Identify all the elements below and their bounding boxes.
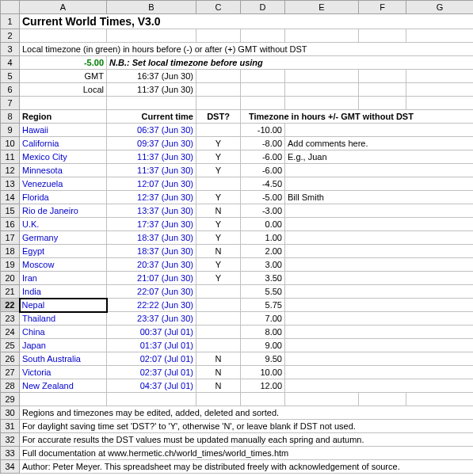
cell[interactable] [241, 29, 285, 43]
cell[interactable] [285, 70, 359, 83]
time-cell[interactable]: 22:07 (Jun 30) [107, 285, 196, 299]
time-cell[interactable]: 22:22 (Jun 30) [107, 299, 196, 312]
row-header[interactable]: 22 [1, 299, 20, 312]
dst-cell[interactable]: N [196, 245, 241, 258]
dst-cell[interactable]: Y [196, 191, 241, 204]
cell[interactable] [20, 97, 107, 110]
cell[interactable] [107, 29, 196, 43]
time-cell[interactable]: 12:07 (Jun 30) [107, 177, 196, 191]
tz-cell[interactable]: 3.50 [241, 272, 285, 285]
dst-cell[interactable]: Y [196, 218, 241, 231]
row-header[interactable]: 7 [1, 97, 20, 110]
footer-line[interactable]: For daylight saving time set 'DST?' to '… [20, 420, 474, 433]
note-cell[interactable]: Local timezone (in green) in hours befor… [20, 43, 474, 56]
comment-cell[interactable] [285, 124, 474, 137]
footer-line[interactable]: Full documentation at www.hermetic.ch/wo… [20, 447, 474, 460]
time-cell[interactable]: 18:37 (Jun 30) [107, 231, 196, 245]
time-cell[interactable]: 11:37 (Jun 30) [107, 164, 196, 177]
tz-cell[interactable]: -4.50 [241, 177, 285, 191]
region-cell[interactable]: Iran [20, 272, 107, 285]
region-cell[interactable]: Japan [20, 339, 107, 352]
tz-cell[interactable]: 3.00 [241, 258, 285, 272]
region-cell[interactable]: Moscow [20, 258, 107, 272]
region-cell[interactable]: Victoria [20, 366, 107, 379]
comment-cell[interactable] [285, 204, 474, 218]
row-header[interactable]: 14 [1, 191, 20, 204]
spreadsheet-grid[interactable]: A B C D E F G 1 Current World Times, V3.… [0, 0, 473, 474]
dst-cell[interactable]: N [196, 352, 241, 366]
row-header[interactable]: 20 [1, 272, 20, 285]
cell[interactable] [285, 393, 359, 406]
row-header[interactable]: 28 [1, 379, 20, 393]
dst-cell[interactable]: Y [196, 258, 241, 272]
cell[interactable] [241, 97, 285, 110]
row-header[interactable]: 2 [1, 29, 20, 43]
cell[interactable] [196, 97, 241, 110]
dst-cell[interactable]: Y [196, 231, 241, 245]
row-header[interactable]: 27 [1, 366, 20, 379]
local-label[interactable]: Local [20, 83, 107, 97]
comment-cell[interactable] [285, 285, 474, 299]
comment-cell[interactable] [285, 379, 474, 393]
comment-cell[interactable]: E.g., Juan [285, 150, 474, 164]
comment-cell[interactable] [285, 339, 474, 352]
region-cell[interactable]: South Australia [20, 352, 107, 366]
tz-cell[interactable]: -6.00 [241, 150, 285, 164]
dst-cell[interactable] [196, 339, 241, 352]
tz-cell[interactable]: -3.00 [241, 204, 285, 218]
col-header-a[interactable]: A [20, 1, 107, 14]
cell[interactable] [285, 97, 359, 110]
comment-cell[interactable] [285, 177, 474, 191]
region-cell[interactable]: Rio de Janeiro [20, 204, 107, 218]
header-curtime[interactable]: Current time [107, 110, 196, 124]
comment-cell[interactable] [285, 326, 474, 339]
tz-cell[interactable]: 7.00 [241, 312, 285, 326]
row-header[interactable]: 24 [1, 326, 20, 339]
row-header[interactable]: 12 [1, 164, 20, 177]
time-cell[interactable]: 23:37 (Jun 30) [107, 312, 196, 326]
row-header[interactable]: 5 [1, 70, 20, 83]
cell[interactable] [406, 393, 474, 406]
nb-cell[interactable]: N.B.: Set local timezone before using [107, 56, 474, 70]
cell[interactable] [196, 29, 241, 43]
time-cell[interactable]: 20:37 (Jun 30) [107, 258, 196, 272]
time-cell[interactable]: 02:37 (Jul 01) [107, 366, 196, 379]
region-cell[interactable]: Venezuela [20, 177, 107, 191]
time-cell[interactable]: 04:37 (Jul 01) [107, 379, 196, 393]
comment-cell[interactable] [285, 299, 474, 312]
comment-cell[interactable] [285, 272, 474, 285]
time-cell[interactable]: 21:07 (Jun 30) [107, 272, 196, 285]
header-tz[interactable]: Timezone in hours +/- GMT without DST [241, 110, 474, 124]
dst-cell[interactable]: Y [196, 137, 241, 150]
row-header[interactable]: 3 [1, 43, 20, 56]
dst-cell[interactable]: Y [196, 272, 241, 285]
region-cell[interactable]: California [20, 137, 107, 150]
dst-cell[interactable]: N [196, 366, 241, 379]
region-cell[interactable]: New Zealand [20, 379, 107, 393]
time-cell[interactable]: 02:07 (Jul 01) [107, 352, 196, 366]
cell[interactable] [241, 393, 285, 406]
cell[interactable] [285, 29, 359, 43]
row-header[interactable]: 23 [1, 312, 20, 326]
col-header-f[interactable]: F [359, 1, 406, 14]
row-header[interactable]: 15 [1, 204, 20, 218]
region-cell[interactable]: Mexico City [20, 150, 107, 164]
comment-cell[interactable] [285, 231, 474, 245]
row-header[interactable]: 18 [1, 245, 20, 258]
tz-cell[interactable]: 2.00 [241, 245, 285, 258]
cell[interactable] [406, 97, 474, 110]
row-header[interactable]: 8 [1, 110, 20, 124]
row-header[interactable]: 29 [1, 393, 20, 406]
cell[interactable] [359, 83, 406, 97]
cell[interactable] [406, 70, 474, 83]
comment-cell[interactable] [285, 352, 474, 366]
row-header[interactable]: 9 [1, 124, 20, 137]
col-header-c[interactable]: C [196, 1, 241, 14]
comment-cell[interactable] [285, 218, 474, 231]
gmt-label[interactable]: GMT [20, 70, 107, 83]
col-header-e[interactable]: E [285, 1, 359, 14]
comment-cell[interactable]: Add comments here. [285, 137, 474, 150]
row-header[interactable]: 1 [1, 14, 20, 29]
cell[interactable] [406, 29, 474, 43]
cell[interactable] [20, 29, 107, 43]
